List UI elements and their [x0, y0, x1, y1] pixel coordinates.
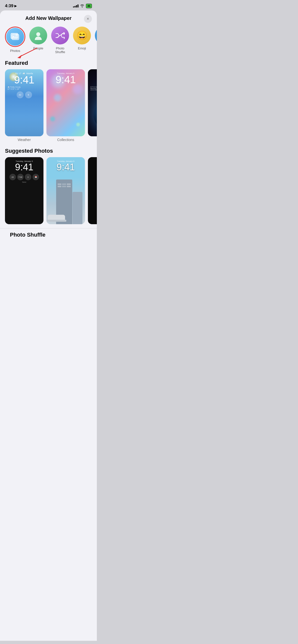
weather-widgets: 42 6: [8, 91, 41, 98]
astronomy-wallpaper-card: Tuesday, January 9 9:41 ⊕ First QuarterM…: [88, 69, 97, 136]
emoji-label: Emoji: [78, 46, 86, 50]
signal-bar-4: [78, 4, 78, 8]
photo-shuffle-section: Photo Shuffle: [0, 228, 97, 239]
battery-indicator: 45: [86, 4, 92, 8]
photos-label: Photos: [10, 49, 20, 53]
close-button[interactable]: ×: [84, 15, 92, 23]
modal-header: Add New Wallpaper ×: [0, 10, 97, 24]
photo-shuffle-label: Photo Shuffle: [55, 46, 65, 54]
modal-title: Add New Wallpaper: [25, 16, 72, 21]
signal-bar-2: [74, 6, 76, 8]
type-item-people[interactable]: People: [29, 26, 47, 54]
featured-card-weather[interactable]: Fri 17 ☁️ Manila 9:41 ☁️ Partly Cloudy22…: [5, 69, 44, 142]
wifi-icon: [80, 4, 84, 8]
status-time: 4:39 ▶: [5, 4, 17, 8]
photos-icon-circle: [6, 28, 24, 46]
type-item-emoji[interactable]: 😄 Emoji: [73, 26, 91, 54]
weather-card-label: Weather: [5, 136, 44, 142]
suggested-wallpaper-dark: Tuesday, January 9 9:41 22 7:32 0 📅 None: [5, 157, 44, 224]
lock-screen-collections: Tuesday, January 9 9:41: [46, 69, 85, 136]
collections-wallpaper-card: Tuesday, January 9 9:41: [46, 69, 85, 136]
type-item-weather[interactable]: Weather: [95, 26, 97, 54]
svg-rect-1: [11, 33, 18, 39]
people-label: People: [33, 46, 43, 50]
svg-point-2: [16, 34, 17, 36]
featured-card-astronomy[interactable]: Tuesday, January 9 9:41 ⊕ First QuarterM…: [88, 69, 97, 142]
featured-section: Featured Fri 17 ☁️ Manila 9:41 ☁️ Partly…: [0, 58, 97, 146]
modal-sheet: Add New Wallpaper ×: [0, 10, 97, 641]
astronomy-card-label: Astronomy: [88, 136, 97, 142]
lock-screen-astronomy: Tuesday, January 9 9:41 ⊕ First QuarterM…: [88, 69, 97, 136]
suggested-card-1[interactable]: Tuesday, January 9 9:41 22 7:32 0 📅 None: [5, 157, 44, 224]
emoji-icon-circle: 😄: [73, 26, 91, 44]
suggested-card-3[interactable]: Tuesday, January 9 9:41 ☁️ 22° Partly Cl…: [88, 157, 97, 224]
status-icons: 45: [73, 4, 92, 8]
weather-wallpaper-card: Fri 17 ☁️ Manila 9:41 ☁️ Partly Cloudy22…: [5, 69, 44, 136]
people-icon-circle: [29, 26, 47, 44]
suggested-photos-section: Suggested Photos Tuesday, January 9 9:41…: [0, 146, 97, 228]
shuffle-icon-circle: [51, 26, 69, 44]
svg-point-3: [36, 32, 40, 36]
wallpaper-types-row: Photos People: [0, 24, 97, 58]
suggested-wallpaper-building: Tuesday, January 9 9:41: [46, 157, 85, 224]
featured-title: Featured: [0, 58, 97, 69]
status-bar: 4:39 ▶ 45: [0, 0, 97, 10]
featured-card-collections[interactable]: Tuesday, January 9 9:41 Collections: [46, 69, 85, 142]
suggested-wallpaper-dark2: Tuesday, January 9 9:41 ☁️ 22° Partly Cl…: [88, 157, 97, 224]
collections-card-label: Collections: [46, 136, 85, 142]
featured-row: Fri 17 ☁️ Manila 9:41 ☁️ Partly Cloudy22…: [0, 69, 97, 146]
signal-bar-3: [76, 5, 77, 8]
suggested-photos-row: Tuesday, January 9 9:41 22 7:32 0 📅 None: [0, 157, 97, 228]
battery-level: 45: [88, 4, 90, 8]
weather-lock-time: 9:41: [8, 75, 41, 85]
suggested-card-2[interactable]: Tuesday, January 9 9:41: [46, 157, 85, 224]
location-icon: ▶: [14, 4, 17, 8]
signal-bars: [73, 4, 78, 8]
wallpaper-type-selector: Photos People: [0, 24, 97, 58]
weather-icon-circle: [95, 26, 97, 44]
time-display: 4:39: [5, 4, 14, 8]
type-item-photos[interactable]: Photos: [5, 26, 25, 54]
suggested-photos-title: Suggested Photos: [0, 146, 97, 157]
type-item-photo-shuffle[interactable]: Photo Shuffle: [51, 26, 69, 54]
signal-bar-1: [73, 6, 74, 8]
photo-shuffle-label: Photo Shuffle: [5, 231, 92, 238]
weather-details: ☁️ Partly Cloudy22° H:31° L:18°: [8, 86, 41, 90]
